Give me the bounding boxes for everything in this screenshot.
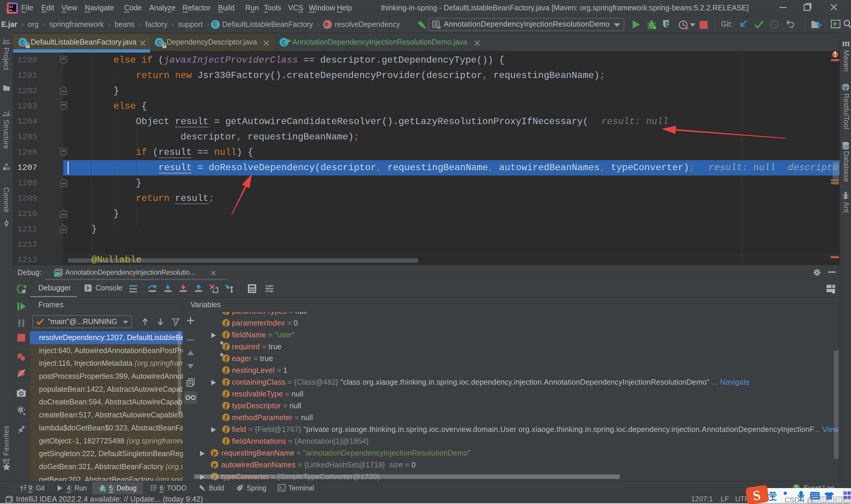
svg-text:IJ: IJ [9,5,13,8]
svg-text:C: C [157,40,161,47]
svg-text:C: C [21,40,24,47]
svg-text:C: C [282,40,286,47]
